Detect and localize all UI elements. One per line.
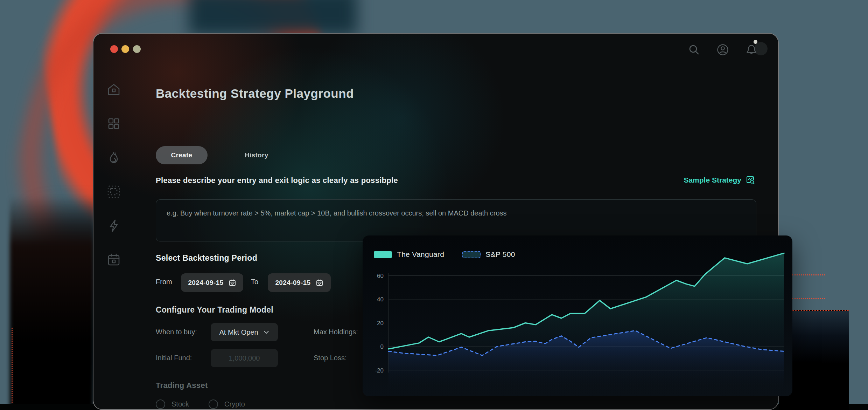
zoom-button[interactable] [133,45,141,53]
background-red-dotted-column [12,328,13,410]
asset-heading: Trading Asset [156,381,208,390]
background-dark-left [10,196,94,410]
sidebar-item-focus[interactable] [106,184,122,200]
when-to-buy-select[interactable]: At Mkt Open [211,323,278,341]
lightning-icon [106,218,122,234]
radio-stock[interactable] [156,399,165,409]
legend-swatch-vanguard [374,251,392,258]
svg-text:-20: -20 [375,367,384,374]
sidebar [93,70,136,409]
chart-search-icon [746,175,755,185]
svg-text:60: 60 [377,273,384,279]
to-date-picker[interactable]: 2024-09-15 [268,273,331,292]
page: Backtesting Strategy Playground Create H… [0,0,868,410]
when-to-buy-value: At Mkt Open [219,328,258,336]
strategy-input[interactable] [156,199,756,241]
tab-history[interactable]: History [245,146,268,164]
minimize-button[interactable] [121,45,129,53]
calendar-check-icon [229,279,236,287]
performance-chart[interactable]: 6040200-20 [363,235,792,396]
sidebar-item-hot[interactable] [106,150,122,166]
to-date-value: 2024-09-15 [275,279,310,287]
calendar-icon [106,252,122,268]
max-holdings-label: Max Holdings: [314,328,358,336]
legend-label-sp500: S&P 500 [485,250,515,259]
radio-crypto-label: Crypto [224,400,245,408]
close-button[interactable] [110,45,118,53]
svg-text:20: 20 [377,320,384,327]
sample-strategy-label: Sample Strategy [684,176,741,184]
legend-swatch-sp500 [462,251,481,258]
search-icon[interactable] [688,43,700,56]
home-icon [106,82,122,98]
flame-icon [106,150,122,166]
user-icon[interactable] [716,43,729,56]
sidebar-item-calendar[interactable] [106,252,122,268]
stop-loss-label: Stop Loss: [314,354,347,362]
notification-dot [754,40,757,44]
window-titlebar [93,34,778,70]
from-date-picker[interactable]: 2024-09-15 [181,273,243,292]
sidebar-item-signals[interactable] [106,218,122,234]
radio-stock-label: Stock [172,400,189,408]
tab-create[interactable]: Create [156,146,208,164]
sample-strategy-link[interactable]: Sample Strategy [684,175,755,185]
red-gridline-extension-40 [792,298,825,299]
asset-options: Stock Crypto [156,399,245,409]
legend-label-vanguard: The Vanguard [397,250,444,259]
radio-crypto[interactable] [209,399,218,409]
background-teal-blob [189,0,357,35]
calendar-check-icon [316,279,323,287]
initial-fund-input[interactable] [211,349,278,367]
chart-legend: The Vanguard S&P 500 [374,250,515,259]
chart-panel: 6040200-20 The Vanguard S&P 500 [363,235,792,396]
grid-icon [106,116,122,132]
prompt-heading: Please describe your entry and exit logi… [156,176,398,185]
svg-text:0: 0 [380,343,384,350]
to-label: To [251,278,258,286]
period-heading: Select Backtesting Period [156,253,257,263]
focus-icon [106,184,122,200]
svg-text:40: 40 [377,296,384,303]
from-date-value: 2024-09-15 [188,279,223,287]
from-label: From [156,278,172,286]
model-heading: Configure Your Trading Model [156,305,273,315]
chevron-down-icon [263,329,270,335]
bell-icon[interactable] [745,43,758,56]
sidebar-item-home[interactable] [106,82,122,98]
initial-fund-label: Initial Fund: [156,354,192,362]
sidebar-item-dashboard[interactable] [106,116,122,132]
red-gridline-extension-60 [792,274,825,275]
when-to-buy-label: When to buy: [156,328,197,336]
page-title: Backtesting Strategy Playground [156,87,354,101]
